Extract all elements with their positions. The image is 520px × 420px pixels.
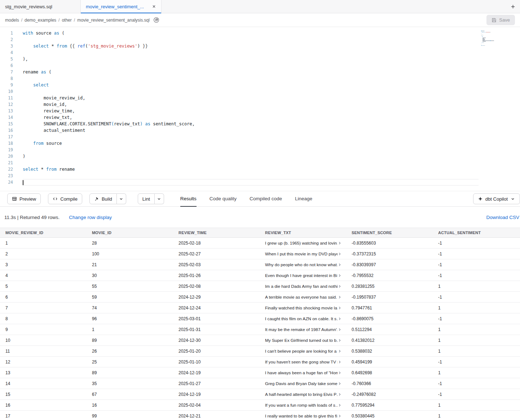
table-cell: 89 — [87, 335, 173, 345]
code-line[interactable]: 17 — [0, 134, 520, 140]
code-line[interactable]: 18 from source — [0, 140, 520, 147]
code-text[interactable]: review_txt, — [23, 114, 479, 121]
breadcrumb-models[interactable]: models — [5, 18, 19, 23]
expand-row-icon[interactable] — [338, 284, 343, 289]
tab-compiled-code[interactable]: Compiled code — [250, 191, 282, 207]
code-text[interactable]: ), — [23, 56, 479, 62]
code-text[interactable]: movie_id, — [23, 101, 479, 108]
expand-row-icon[interactable] — [338, 252, 343, 256]
code-line[interactable]: 12 movie_id, — [0, 101, 520, 108]
dbt-copilot-button[interactable]: dbt Copilot — [473, 193, 520, 204]
code-text[interactable]: actual_sentiment — [23, 127, 479, 134]
code-line[interactable]: 9 select — [0, 82, 520, 88]
code-line[interactable]: 4 — [0, 49, 520, 56]
expand-row-icon[interactable] — [338, 392, 343, 397]
code-line[interactable]: 3 select * from {{ ref('stg_movie_review… — [0, 43, 520, 49]
code-line[interactable]: 15 SNOWFLAKE.CORTEX.SENTIMENT(review_txt… — [0, 121, 520, 127]
tab-stg-movie-reviews[interactable]: stg_movie_reviews.sql — [0, 0, 81, 13]
code-line[interactable]: 13 review_time, — [0, 108, 520, 114]
code-line[interactable]: 24 — [0, 179, 520, 186]
table-cell: 0.5112294 — [346, 324, 433, 335]
code-text[interactable] — [23, 147, 479, 153]
code-line[interactable]: 20) — [0, 153, 520, 160]
code-text[interactable]: rename as ( — [23, 69, 479, 75]
review-text: I have always been a huge fan of "Hom… — [265, 370, 338, 375]
code-line[interactable]: 7rename as ( — [0, 69, 520, 75]
code-text[interactable] — [23, 49, 479, 56]
expand-row-icon[interactable] — [338, 273, 343, 278]
code-line[interactable]: 1with source as ( — [0, 30, 520, 36]
line-number: 23 — [0, 173, 13, 179]
expand-row-icon[interactable] — [338, 263, 343, 267]
line-number: 13 — [0, 108, 13, 114]
tab-lineage-label: Lineage — [295, 196, 312, 201]
code-text[interactable] — [23, 179, 479, 186]
code-text[interactable]: movie_review_id, — [23, 95, 479, 101]
copy-path-icon[interactable] — [153, 17, 159, 23]
lint-dropdown-button[interactable] — [155, 193, 164, 204]
change-row-display-link[interactable]: Change row display — [69, 215, 112, 220]
save-icon — [492, 18, 497, 23]
code-line[interactable]: 11 movie_review_id, — [0, 95, 520, 101]
code-text[interactable]: select — [23, 82, 479, 88]
expand-row-icon[interactable] — [338, 371, 343, 375]
expand-row-icon[interactable] — [338, 317, 343, 321]
code-text[interactable] — [23, 134, 479, 140]
expand-row-icon[interactable] — [338, 241, 343, 245]
code-line[interactable]: 2 — [0, 36, 520, 43]
code-line[interactable]: 8 — [0, 75, 520, 82]
tab-results[interactable]: Results — [180, 191, 197, 207]
expand-row-icon[interactable] — [338, 338, 343, 343]
table-cell: It may be the remake of 1987 Autumn'… — [260, 324, 346, 335]
code-line[interactable]: 22select * from rename — [0, 166, 520, 173]
compile-button[interactable]: Compile — [48, 193, 82, 204]
save-button[interactable]: Save — [486, 15, 515, 25]
code-line[interactable]: 16 actual_sentiment — [0, 127, 520, 134]
expand-row-icon[interactable] — [338, 403, 343, 407]
preview-button[interactable]: Preview — [7, 193, 41, 204]
code-text[interactable]: review_time, — [23, 108, 479, 114]
code-line[interactable]: 10 — [0, 88, 520, 95]
code-text[interactable] — [23, 160, 479, 166]
code-editor[interactable]: 1with source as (23 select * from {{ ref… — [0, 27, 520, 191]
table-cell: I can't believe people are looking for a… — [260, 346, 346, 356]
minimap[interactable] — [481, 31, 504, 48]
code-text[interactable] — [23, 75, 479, 82]
code-text[interactable]: SNOWFLAKE.CORTEX.SENTIMENT(review_txt) a… — [23, 121, 479, 127]
code-text[interactable] — [23, 62, 479, 69]
code-text[interactable]: from source — [23, 140, 479, 147]
expand-row-icon[interactable] — [338, 360, 343, 364]
new-tab-button[interactable] — [506, 0, 520, 13]
code-line[interactable]: 6 — [0, 62, 520, 69]
code-line[interactable]: 14 review_txt, — [0, 114, 520, 121]
breadcrumb-other[interactable]: other — [62, 18, 71, 23]
tab-code-quality[interactable]: Code quality — [210, 191, 237, 207]
table-cell: I really wanted to be able to give this … — [260, 411, 346, 420]
download-csv-link[interactable]: Download CSV — [486, 215, 519, 220]
code-text[interactable]: select * from {{ ref('stg_movie_reviews'… — [23, 43, 479, 49]
code-line[interactable]: 19 — [0, 147, 520, 153]
expand-row-icon[interactable] — [338, 306, 343, 310]
lint-button[interactable]: Lint — [138, 193, 155, 204]
code-text[interactable]: ) — [23, 153, 479, 160]
build-dropdown-button[interactable] — [117, 193, 126, 204]
code-text[interactable]: with source as ( — [23, 30, 479, 36]
expand-row-icon[interactable] — [338, 327, 343, 332]
build-button[interactable]: Build — [89, 193, 117, 204]
expand-row-icon[interactable] — [338, 349, 343, 353]
tab-movie-review-sentiment[interactable]: movie_review_sentiment_... — [81, 0, 162, 13]
code-text[interactable]: select * from rename — [23, 166, 479, 173]
breadcrumb-demo-examples[interactable]: demo_examples — [25, 18, 56, 23]
close-icon[interactable] — [152, 4, 156, 9]
tab-lineage[interactable]: Lineage — [295, 191, 312, 207]
expand-row-icon[interactable] — [338, 414, 343, 418]
expand-row-icon[interactable] — [338, 381, 343, 386]
expand-row-icon[interactable] — [338, 295, 343, 299]
code-text[interactable] — [23, 36, 479, 43]
code-text[interactable] — [23, 173, 479, 179]
code-line[interactable]: 21 — [0, 160, 520, 166]
code-text[interactable] — [23, 88, 479, 95]
code-line[interactable]: 23 — [0, 173, 520, 179]
code-line[interactable]: 5), — [0, 56, 520, 62]
table-cell: 2025-02-03 — [173, 259, 260, 270]
